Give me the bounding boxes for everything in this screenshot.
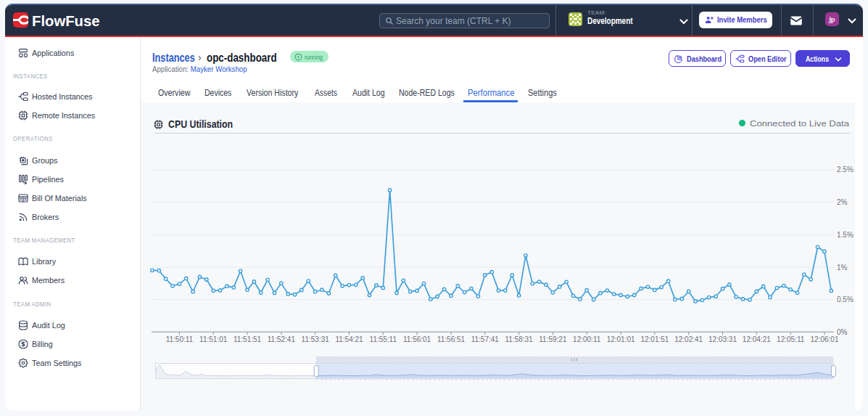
svg-text:12:02:41: 12:02:41: [674, 335, 703, 343]
svg-text:12:03:31: 12:03:31: [708, 335, 737, 343]
svg-text:1.5%: 1.5%: [837, 231, 853, 239]
svg-text:1%: 1%: [837, 264, 848, 272]
svg-text:12:01:51: 12:01:51: [640, 335, 669, 343]
svg-text:11:59:21: 11:59:21: [539, 335, 567, 343]
svg-text:12:01:01: 12:01:01: [607, 335, 635, 343]
svg-text:11:51:01: 11:51:01: [199, 335, 228, 343]
svg-text:12:00:11: 12:00:11: [573, 335, 601, 343]
svg-text:11:56:01: 11:56:01: [403, 335, 431, 343]
svg-text:12:05:11: 12:05:11: [777, 335, 805, 343]
svg-text:11:54:21: 11:54:21: [335, 335, 363, 343]
svg-text:0.5%: 0.5%: [837, 295, 853, 303]
svg-text:12:06:01: 12:06:01: [811, 335, 839, 343]
svg-text:2.5%: 2.5%: [837, 166, 853, 174]
svg-text:11:53:31: 11:53:31: [302, 335, 330, 343]
svg-text:12:04:21: 12:04:21: [743, 335, 771, 343]
svg-text:11:58:31: 11:58:31: [505, 335, 534, 343]
svg-text:2%: 2%: [837, 198, 848, 206]
svg-text:11:52:41: 11:52:41: [268, 335, 296, 343]
svg-text:11:51:51: 11:51:51: [233, 335, 262, 343]
svg-text:0%: 0%: [837, 328, 848, 336]
svg-text:11:57:41: 11:57:41: [471, 335, 500, 343]
svg-text:11:56:51: 11:56:51: [437, 335, 466, 343]
svg-text:11:50:11: 11:50:11: [166, 335, 194, 343]
svg-text:11:55:11: 11:55:11: [370, 335, 397, 343]
